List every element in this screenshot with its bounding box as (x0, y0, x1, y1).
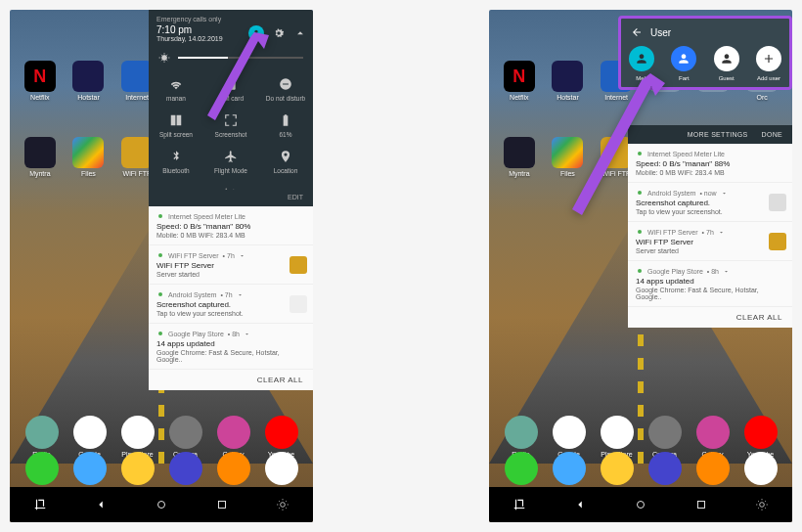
svg-rect-11 (698, 502, 705, 509)
app-hotstar[interactable]: Hotstar (67, 61, 111, 101)
app-files[interactable]: Files (67, 137, 111, 177)
recents-icon[interactable] (694, 498, 708, 511)
app-netflix[interactable]: NNetflix (497, 61, 542, 101)
notification-list: Internet Speed Meter Lite Speed: 0 B/s "… (628, 144, 792, 307)
dock-app[interactable] (113, 452, 161, 485)
user-row: MehFartGuestAdd user (627, 46, 783, 81)
qs-tile-bluetooth[interactable]: Bluetooth (149, 144, 203, 180)
notification-item[interactable]: Google Play Store • 8h 14 apps updated G… (149, 324, 313, 370)
notif-title: Screenshot captured. (636, 199, 784, 207)
user-panel-title: User (650, 27, 671, 38)
back-arrow-icon[interactable] (631, 26, 643, 38)
crop-icon[interactable] (512, 498, 526, 511)
dock-app[interactable] (257, 452, 305, 485)
app-netflix[interactable]: NNetflix (18, 61, 63, 101)
clear-all-button[interactable]: CLEAR ALL (628, 307, 792, 328)
navigation-bar (489, 487, 792, 522)
qs-tile-split[interactable]: Split screen (149, 108, 203, 144)
notification-item[interactable]: Internet Speed Meter Lite Speed: 0 B/s "… (149, 206, 313, 245)
app-files[interactable]: Files (546, 137, 591, 177)
add-user-button[interactable]: Add user (756, 46, 781, 81)
back-icon[interactable] (573, 498, 587, 511)
home-icon[interactable] (155, 498, 168, 511)
back-icon[interactable] (94, 498, 108, 511)
svg-point-4 (158, 502, 165, 509)
home-icon[interactable] (634, 498, 647, 511)
notification-item[interactable]: Android System • 7h Screenshot captured.… (149, 285, 313, 324)
clear-all-button[interactable]: CLEAR ALL (149, 370, 313, 390)
more-settings-button[interactable]: MORE SETTINGS (688, 131, 748, 138)
brightness-slider[interactable] (149, 48, 313, 67)
notif-app: Internet Speed Meter Lite (156, 212, 305, 220)
notif-app: WiFi FTP Server • 7h (156, 251, 305, 259)
phone-left: NNetflix Hotstar Internet Myntra Files W… (10, 10, 313, 522)
wifi-icon (169, 77, 183, 91)
notif-title: Screenshot captured. (156, 300, 305, 309)
user-avatar[interactable]: Guest (714, 46, 739, 81)
svg-point-0 (158, 214, 162, 218)
notif-body: Tap to view your screenshot. (636, 208, 784, 215)
qs-tile-airplane[interactable]: Flight Mode (203, 144, 258, 180)
notification-item[interactable]: WiFi FTP Server • 7h WiFi FTP Server Ser… (628, 222, 792, 261)
split-icon (169, 113, 183, 127)
multi-user-button[interactable] (248, 25, 264, 41)
qs-tile-battery[interactable]: 61% (258, 108, 313, 144)
pager-dots: • · (149, 184, 313, 194)
dock-app[interactable] (641, 452, 689, 485)
notif-body: Tap to view your screenshot. (156, 310, 305, 317)
dock-app[interactable] (497, 452, 545, 485)
dock-app[interactable] (18, 452, 66, 485)
status-carrier: Emergency calls only (156, 16, 305, 22)
notification-item[interactable]: Android System • now Screenshot captured… (628, 183, 792, 222)
notification-item[interactable]: Google Play Store • 8h 14 apps updated G… (628, 261, 792, 307)
recents-icon[interactable] (215, 498, 229, 511)
qs-tile-wifi[interactable]: manan (149, 71, 203, 108)
notif-body: Mobile: 0 MB WiFi: 283.4 MB (636, 169, 784, 176)
dock-app[interactable] (545, 452, 593, 485)
gear-icon[interactable] (755, 498, 769, 511)
svg-point-10 (638, 502, 645, 509)
notif-body: Google Chrome: Fast & Secure, Hotstar, G… (156, 349, 305, 363)
notification-shade: MORE SETTINGS DONE Internet Speed Meter … (628, 125, 792, 328)
user-panel: User MehFartGuestAdd user (618, 16, 792, 90)
app-myntra[interactable]: Myntra (497, 137, 542, 177)
svg-point-3 (158, 332, 162, 335)
user-avatar[interactable]: Fart (671, 46, 696, 81)
done-button[interactable]: DONE (762, 131, 782, 138)
gear-icon[interactable] (276, 498, 290, 511)
user-avatar[interactable]: Meh (629, 46, 654, 81)
notification-list: Internet Speed Meter Lite Speed: 0 B/s "… (149, 206, 313, 370)
svg-point-8 (638, 230, 642, 234)
chevron-up-icon[interactable] (293, 26, 307, 40)
airplane-icon (224, 150, 238, 163)
dock-app[interactable] (593, 452, 641, 485)
edit-button[interactable]: EDIT (149, 194, 313, 206)
brightness-track[interactable] (178, 57, 303, 59)
qs-tile-sim[interactable]: SIM card (203, 71, 258, 108)
gear-icon[interactable] (272, 26, 286, 40)
quick-settings-grid: mananSIM cardDo not disturbSplit screenS… (149, 67, 313, 184)
qs-tile-location[interactable]: Location (258, 144, 313, 180)
dock-app[interactable] (209, 452, 257, 485)
app-hotstar[interactable]: Hotstar (546, 61, 591, 101)
qs-tile-dnd[interactable]: Do not disturb (258, 71, 313, 108)
dock-app[interactable] (161, 452, 209, 485)
qs-tile-screenshot[interactable]: Screenshot (203, 108, 258, 144)
notif-title: WiFi FTP Server (156, 261, 305, 270)
notif-app: Android System • now (636, 189, 784, 197)
dock-app[interactable] (736, 452, 784, 485)
plus-icon (756, 46, 781, 71)
brightness-icon (158, 52, 170, 64)
notif-title: Speed: 0 B/s "manan" 88% (636, 159, 784, 168)
person-icon (251, 28, 261, 38)
crop-icon[interactable] (33, 498, 47, 511)
dock-app[interactable] (689, 452, 736, 485)
bluetooth-icon (169, 150, 183, 163)
app-myntra[interactable]: Myntra (18, 137, 63, 177)
notification-item[interactable]: Internet Speed Meter Lite Speed: 0 B/s "… (628, 144, 792, 183)
screenshot-icon (224, 113, 238, 127)
dock-app[interactable] (66, 452, 113, 485)
notif-title: WiFi FTP Server (636, 238, 784, 246)
notif-app: Internet Speed Meter Lite (636, 150, 784, 157)
notification-item[interactable]: WiFi FTP Server • 7h WiFi FTP Server Ser… (149, 245, 313, 285)
